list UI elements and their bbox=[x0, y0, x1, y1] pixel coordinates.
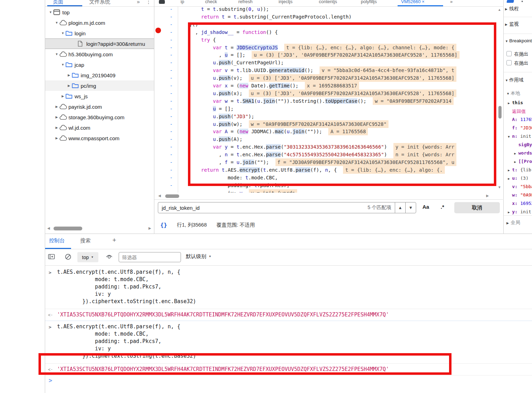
console-filter-input[interactable] bbox=[119, 252, 181, 262]
clear-console-icon[interactable] bbox=[65, 253, 71, 260]
expand-arrow-icon[interactable]: ▼ bbox=[505, 76, 509, 85]
editor-tab-injectjs[interactable]: injectjs bbox=[279, 0, 293, 4]
sidebar-section-本地[interactable]: ▼本地 bbox=[506, 89, 532, 97]
scope-variable-u[interactable]: ▶u: (3) ['JD3', '0A9F09BEF5F7…'] bbox=[508, 174, 532, 183]
tree-collapse-arrow-icon[interactable]: ▶ bbox=[60, 94, 65, 98]
gutter-line-marker[interactable]: - bbox=[170, 120, 173, 128]
checkbox[interactable] bbox=[506, 51, 512, 56]
collapse-arrow-icon[interactable]: ▶ bbox=[508, 208, 512, 216]
console-prompt-row[interactable]: > bbox=[45, 376, 532, 381]
scope-return-value[interactable]: 返回值 bbox=[512, 107, 532, 115]
navigator-overflow-chevron[interactable]: » bbox=[137, 0, 140, 5]
tree-item-jcap[interactable]: ▼jcap bbox=[45, 59, 154, 70]
gutter-line-marker[interactable]: - bbox=[170, 151, 173, 158]
scroll-right-icon[interactable]: ▶ bbox=[148, 226, 151, 230]
collapse-arrow-icon[interactable]: ▶ bbox=[508, 174, 512, 183]
editor-tab-vm52660[interactable]: VM52660 × bbox=[401, 0, 425, 4]
tree-item-payrisk-jd-com[interactable]: ▶payrisk.jd.com bbox=[45, 101, 154, 112]
cancel-button[interactable]: 取消 bbox=[454, 202, 500, 213]
expand-arrow-icon[interactable]: ▼ bbox=[505, 37, 509, 45]
collapse-arrow-icon[interactable]: ▶ bbox=[505, 5, 509, 13]
regex-button[interactable]: .* bbox=[441, 204, 444, 210]
scope-variable-words[interactable]: ▶words bbox=[514, 149, 532, 157]
console-result-row[interactable]: <·'XTIA53SCTU5NXB76LPTQDOHYX2RMMX3DL5WRF… bbox=[45, 364, 532, 376]
sidebar-section-全局[interactable]: ▶全局 bbox=[506, 218, 532, 227]
gutter-line-marker[interactable]: - bbox=[170, 97, 173, 105]
console-command-row[interactable]: >t.AES.encrypt(t.enc.Utf8.parse(f), n, {… bbox=[45, 266, 532, 309]
scroll-left-icon[interactable]: ◀ bbox=[47, 226, 50, 230]
tree-item-wl-jd-com[interactable]: ▶wl.jd.com bbox=[45, 122, 154, 133]
tab-filesystem[interactable]: 文件系统 bbox=[89, 0, 110, 5]
gutter-line-marker[interactable]: - bbox=[170, 166, 173, 174]
gutter-line-marker[interactable]: - bbox=[170, 74, 173, 82]
tree-collapse-arrow-icon[interactable]: ▶ bbox=[54, 136, 59, 140]
gutter-line-marker[interactable]: - bbox=[170, 21, 173, 28]
gutter-line-marker[interactable]: - bbox=[170, 13, 173, 21]
gutter-line-marker[interactable]: - bbox=[170, 135, 173, 143]
tree-collapse-arrow-icon[interactable]: ▶ bbox=[54, 115, 59, 119]
gutter-line-marker[interactable]: - bbox=[170, 51, 173, 59]
gutter-line-marker[interactable]: - bbox=[170, 36, 173, 44]
collapse-arrow-icon[interactable]: ▶ bbox=[505, 20, 509, 29]
scroll-up-icon[interactable]: ▲ bbox=[498, 8, 501, 12]
tree-item-www-cmpassport-com[interactable]: ▶www.cmpassport.com bbox=[45, 133, 154, 143]
navigator-toggle-icon[interactable] bbox=[159, 0, 165, 4]
expand-arrow-icon[interactable]: ▼ bbox=[506, 90, 511, 98]
collapse-arrow-icon[interactable]: ▶ bbox=[506, 219, 511, 227]
collapse-arrow-icon[interactable]: ▶ bbox=[508, 99, 512, 107]
tree-horizontal-scrollbar[interactable]: ◀ ▶ bbox=[45, 226, 154, 231]
breakpoint-checkbox-row[interactable]: 在抛出 bbox=[506, 59, 532, 67]
scope-variable-sigbytes[interactable]: sigBytes bbox=[514, 141, 532, 149]
tree-item-h5-360buyimg-com[interactable]: ▼h5.360buyimg.com bbox=[45, 49, 154, 59]
breakpoint-toggle-icon[interactable] bbox=[506, 0, 514, 3]
gutter-line-marker[interactable]: - bbox=[170, 189, 173, 193]
more-menu-dot-icon[interactable] bbox=[522, 1, 523, 2]
expand-arrow-icon[interactable]: ▼ bbox=[508, 133, 512, 141]
scope-variable-t[interactable]: ▶t: {lib: {…}, enc: {…}, algo: {…} bbox=[508, 166, 532, 174]
tree-item-login-appid-300-returnu[interactable]: login?appid=300&returnu bbox=[45, 38, 154, 49]
navigator-more-icon[interactable]: ⋮ bbox=[146, 0, 151, 5]
gutter-line-marker[interactable]: - bbox=[170, 44, 173, 51]
editor-tab-»[interactable]: » bbox=[450, 0, 453, 4]
scope-variable-y[interactable]: ▶y: init {words: Arr bbox=[508, 208, 532, 216]
tree-collapse-arrow-icon[interactable]: ▶ bbox=[66, 73, 72, 77]
scrollbar-thumb[interactable] bbox=[165, 194, 179, 198]
tree-collapse-arrow-icon[interactable]: ▶ bbox=[54, 105, 59, 108]
tree-expand-arrow-icon[interactable]: ▼ bbox=[60, 31, 65, 35]
tab-page[interactable]: 页面 bbox=[53, 0, 63, 5]
scroll-left-icon[interactable]: ◀ bbox=[158, 194, 161, 198]
gutter-line-marker[interactable]: - bbox=[170, 90, 173, 97]
scope-variable-this[interactable]: ▶this bbox=[508, 99, 532, 107]
gutter-line-marker[interactable]: - bbox=[170, 181, 173, 189]
editor-vertical-scrollbar[interactable]: ▲ ▼ bbox=[497, 6, 502, 193]
gutter-line-marker[interactable]: - bbox=[170, 82, 173, 90]
next-match-button[interactable]: ▼ bbox=[405, 202, 416, 213]
previous-match-button[interactable]: ▲ bbox=[395, 202, 405, 213]
tab-console[interactable]: 控制台 bbox=[49, 237, 65, 244]
gutter-line-marker[interactable]: - bbox=[170, 158, 173, 166]
collapse-arrow-icon[interactable]: ▶ bbox=[514, 149, 518, 158]
console-command-row[interactable]: >t.AES.encrypt(t.enc.Utf8.parse(f), n, {… bbox=[45, 321, 532, 364]
add-tab-icon[interactable]: + bbox=[112, 236, 116, 244]
gutter-line-marker[interactable]: - bbox=[170, 59, 173, 66]
gutter-line-marker[interactable]: - bbox=[170, 66, 173, 74]
editor-tab-ip[interactable]: ip bbox=[181, 0, 184, 4]
scope-variable-n[interactable]: ▼n: init {words: Arr bbox=[508, 132, 532, 141]
pretty-print-icon[interactable]: {} bbox=[160, 222, 167, 228]
tree-item-top[interactable]: ▼top bbox=[45, 7, 154, 17]
gutter-line-marker[interactable]: - bbox=[170, 105, 173, 113]
tree-expand-arrow-icon[interactable]: ▼ bbox=[48, 10, 53, 14]
tree-item-img-20190409[interactable]: ▶img_20190409 bbox=[45, 70, 154, 80]
console-sidebar-icon[interactable] bbox=[48, 253, 55, 260]
scroll-down-icon[interactable]: ▼ bbox=[498, 185, 501, 189]
live-expression-eye-icon[interactable] bbox=[105, 253, 113, 260]
editor-tab-check[interactable]: check bbox=[205, 0, 217, 4]
match-case-button[interactable]: Aa bbox=[422, 204, 429, 210]
sidebar-section-监视[interactable]: ▶监视 bbox=[505, 20, 532, 28]
scrollbar-thumb[interactable] bbox=[54, 227, 82, 230]
editor-tab-contentjs[interactable]: contentjs bbox=[319, 0, 337, 4]
breakpoint-checkbox-row[interactable]: 在抛出 bbox=[506, 50, 532, 58]
editor-tab-polyfilljs[interactable]: polyfilljs bbox=[361, 0, 377, 4]
editor-horizontal-scrollbar[interactable]: ◀ ▶ bbox=[154, 193, 503, 199]
scope-variable-v[interactable]: v: "5bba3c0d-645a-4cc4-bfee-93fa16c4871b… bbox=[508, 183, 532, 191]
